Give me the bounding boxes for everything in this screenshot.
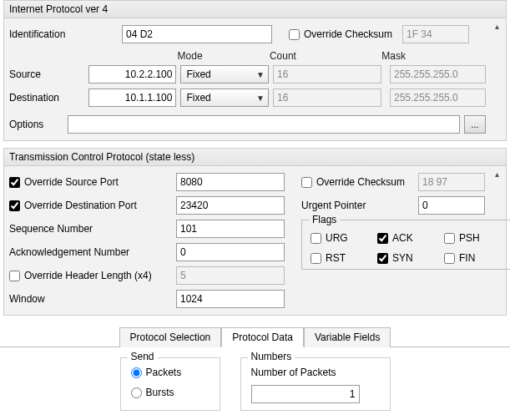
send-bursts-input[interactable]	[131, 387, 142, 398]
tcp-override-checksum-checkbox[interactable]: Override Checksum	[301, 176, 418, 188]
tcp-override-checksum-box[interactable]	[301, 177, 312, 188]
source-mask-input	[390, 65, 486, 83]
ack-number-input[interactable]	[176, 243, 285, 261]
urgent-pointer-label: Urgent Pointer	[301, 200, 418, 211]
protocol-data-panel: Send Packets Bursts Numbers Number of Pa…	[0, 347, 510, 411]
mode-column-header: Mode	[178, 50, 270, 62]
ipv4-header: Internet Protocol ver 4	[3, 0, 507, 18]
source-mode-select[interactable]: Fixed ▼	[180, 65, 269, 83]
override-source-port-box[interactable]	[9, 177, 20, 188]
flag-syn-checkbox[interactable]: SYN	[377, 252, 444, 264]
flag-rst-box[interactable]	[311, 253, 321, 264]
destination-address-input[interactable]	[88, 89, 176, 107]
source-label: Source	[9, 68, 88, 80]
flag-urg-box[interactable]	[311, 233, 321, 244]
window-label: Window	[9, 293, 176, 305]
ellipsis-icon: ...	[471, 119, 478, 129]
identification-input[interactable]	[122, 25, 272, 43]
override-source-port-label: Override Source Port	[24, 176, 119, 188]
bottom-tabs: Protocol Selection Protocol Data Variabl…	[0, 327, 510, 347]
override-header-len-checkbox[interactable]: Override Header Length (x4)	[9, 270, 176, 281]
numbers-group: Numbers Number of Packets	[240, 357, 391, 411]
number-of-packets-label: Number of Packets	[251, 367, 380, 378]
ip-checksum-input	[402, 25, 469, 43]
destination-mode-value: Fixed	[186, 92, 210, 104]
scroll-up-icon[interactable]: ▴	[489, 22, 504, 31]
override-source-port-checkbox[interactable]: Override Source Port	[9, 176, 176, 188]
tcp-header: Transmission Control Protocol (state les…	[3, 148, 507, 166]
chevron-down-icon: ▼	[256, 70, 265, 79]
tab-protocol-data[interactable]: Protocol Data	[221, 327, 304, 347]
flags-legend: Flags	[309, 214, 340, 225]
override-dest-port-box[interactable]	[9, 200, 20, 211]
ack-number-label: Acknowledgement Number	[9, 246, 176, 258]
window-input[interactable]	[176, 290, 285, 308]
flag-urg-checkbox[interactable]: URG	[311, 232, 377, 244]
override-dest-port-checkbox[interactable]: Override Destination Port	[9, 200, 176, 211]
header-len-input	[176, 266, 285, 285]
send-bursts-radio[interactable]: Bursts	[131, 387, 210, 398]
dest-port-input[interactable]	[176, 196, 285, 215]
identification-label: Identification	[9, 28, 122, 40]
flag-rst-checkbox[interactable]: RST	[311, 252, 377, 264]
send-packets-radio[interactable]: Packets	[131, 367, 210, 378]
override-header-len-label: Override Header Length (x4)	[24, 270, 152, 281]
flag-ack-box[interactable]	[377, 233, 388, 244]
numbers-legend: Numbers	[248, 351, 295, 362]
options-input[interactable]	[68, 115, 460, 134]
options-browse-button[interactable]: ...	[464, 115, 486, 134]
flag-fin-box[interactable]	[444, 253, 455, 264]
tab-variable-fields[interactable]: Variable Fields	[304, 327, 391, 347]
sequence-number-input[interactable]	[176, 220, 285, 238]
flag-psh-box[interactable]	[444, 233, 455, 244]
source-address-input[interactable]	[88, 65, 176, 83]
tcp-override-checksum-label: Override Checksum	[316, 176, 405, 188]
ipv4-scrollbar[interactable]: ▴	[489, 22, 504, 137]
chevron-down-icon: ▼	[256, 94, 265, 103]
flag-fin-checkbox[interactable]: FIN	[444, 252, 510, 264]
destination-mask-input	[390, 89, 486, 107]
scroll-up-icon[interactable]: ▴	[489, 170, 504, 179]
destination-label: Destination	[9, 92, 88, 104]
send-legend: Send	[128, 351, 158, 362]
sequence-number-label: Sequence Number	[9, 223, 176, 235]
mask-column-header: Mask	[381, 50, 486, 62]
ip-override-checksum-checkbox[interactable]: Override Checksum	[289, 28, 392, 40]
ip-override-checksum-box[interactable]	[289, 29, 300, 40]
ip-override-checksum-label: Override Checksum	[304, 28, 392, 40]
override-dest-port-label: Override Destination Port	[24, 200, 137, 211]
number-of-packets-input[interactable]	[251, 385, 360, 403]
flag-syn-box[interactable]	[377, 253, 388, 264]
flag-psh-checkbox[interactable]: PSH	[444, 232, 510, 244]
options-label: Options	[9, 119, 68, 130]
source-port-input[interactable]	[176, 173, 285, 191]
send-packets-input[interactable]	[131, 367, 142, 378]
urgent-pointer-input[interactable]	[418, 196, 485, 215]
destination-mode-select[interactable]: Fixed ▼	[180, 89, 269, 107]
flags-fieldset: Flags URG ACK PSH RST SYN FIN	[301, 220, 510, 270]
override-header-len-box[interactable]	[9, 271, 20, 281]
tab-protocol-selection[interactable]: Protocol Selection	[119, 327, 222, 347]
source-count-input	[273, 65, 381, 83]
count-column-header: Count	[270, 50, 381, 62]
tcp-checksum-input	[418, 173, 485, 191]
send-group: Send Packets Bursts	[120, 357, 220, 411]
flag-ack-checkbox[interactable]: ACK	[377, 232, 444, 244]
source-mode-value: Fixed	[186, 68, 210, 80]
ipv4-section: Internet Protocol ver 4 ▴ Identification…	[3, 0, 507, 141]
destination-count-input	[273, 89, 381, 107]
tcp-section: Transmission Control Protocol (state les…	[3, 148, 507, 316]
